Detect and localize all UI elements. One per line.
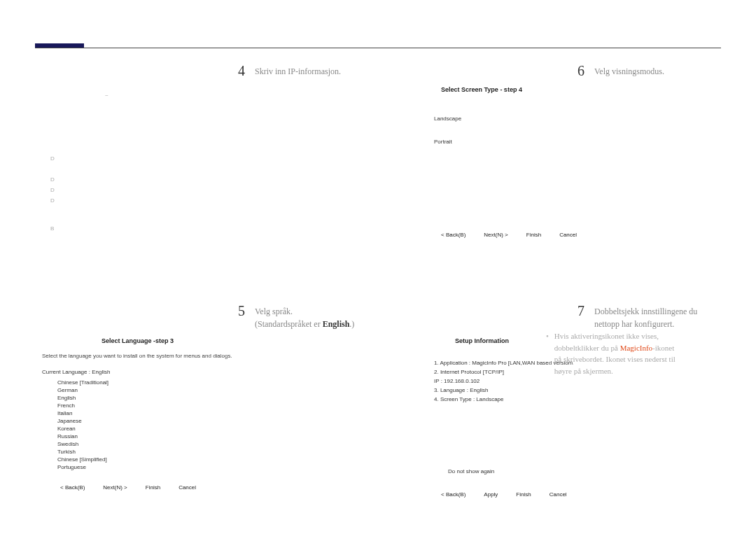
step-5-panel: Select Language -step 3 Select the langu…: [42, 337, 364, 491]
lang-item[interactable]: Korean: [57, 426, 364, 432]
setup-line-3: IP : 192.168.0.102: [434, 378, 714, 384]
lang-item[interactable]: Turkish: [57, 449, 364, 455]
lang-item[interactable]: French: [57, 402, 364, 409]
step5-title: Select Language -step 3: [42, 337, 364, 344]
dont-show-again-checkbox[interactable]: Do not show again: [434, 468, 714, 475]
back-button[interactable]: < Back(B): [441, 232, 465, 238]
finish-button[interactable]: Finish: [526, 232, 541, 238]
cancel-button[interactable]: Cancel: [559, 232, 577, 238]
note-text: Hvis aktiveringsikonet ikke vises, dobbe…: [554, 330, 676, 377]
left-column: 4 Skriv inn IP-informasjon. ~ D D D D B …: [42, 63, 364, 512]
step-5-sub-bold: English: [323, 319, 350, 329]
step-4-panel: ~ D D D D B: [42, 86, 364, 282]
step-7-text: Dobbeltsjekk innstillingene du nettopp h…: [594, 303, 697, 330]
right-column: 6 Velg visningsmodus. Select Screen Type…: [392, 63, 714, 519]
lang-item[interactable]: Japanese: [57, 418, 364, 424]
step-5-line1: Velg språk.: [255, 307, 293, 316]
lang-item[interactable]: Russian: [57, 433, 364, 440]
tilde-mark: ~: [105, 93, 108, 99]
finish-button[interactable]: Finish: [516, 491, 531, 498]
step-4-header: 4 Skriv inn IP-informasjon.: [42, 63, 364, 79]
step-6-number: 6: [570, 63, 584, 79]
lang-item[interactable]: Swedish: [57, 441, 364, 447]
setup-line-5: 4. Screen Type : Landscape: [434, 396, 714, 402]
lang-item[interactable]: Italian: [57, 410, 364, 416]
lang-item[interactable]: English: [57, 395, 364, 401]
d-mark-2: D: [50, 177, 55, 183]
step-7-header: 7 Dobbeltsjekk innstillingene du nettopp…: [392, 303, 714, 330]
finish-button[interactable]: Finish: [146, 484, 160, 491]
back-button[interactable]: < Back(B): [441, 491, 465, 498]
back-button[interactable]: < Back(B): [60, 484, 85, 491]
step7-button-row: < Back(B) Apply Finish Cancel: [434, 491, 714, 498]
step-5-sub-suffix: .): [349, 319, 354, 329]
step-6-text: Velg visningsmodus.: [594, 63, 664, 79]
step6-title: Select Screen Type - step 4: [434, 86, 714, 93]
activation-note: • Hvis aktiveringsikonet ikke vises, dob…: [546, 330, 728, 377]
step-4-text: Skriv inn IP-informasjon.: [255, 63, 341, 79]
step-6-header: 6 Velg visningsmodus.: [392, 63, 714, 79]
step-6-panel: Select Screen Type - step 4 Landscape Po…: [392, 86, 714, 282]
lang-item[interactable]: German: [57, 387, 364, 393]
top-rule: [35, 48, 721, 48]
language-list: Chinese [Traditional] German English Fre…: [42, 379, 364, 470]
b-mark: B: [50, 226, 54, 232]
step-7-number: 7: [570, 303, 584, 330]
step-5-number: 5: [231, 303, 245, 330]
d-mark-3: D: [50, 188, 55, 193]
next-button[interactable]: Next(N) >: [484, 232, 507, 238]
step-5-header: 5 Velg språk. (Standardspråket er Englis…: [42, 303, 364, 330]
apply-button[interactable]: Apply: [484, 491, 498, 498]
d-mark-4: D: [50, 198, 55, 204]
landscape-option[interactable]: Landscape: [434, 115, 714, 122]
next-button[interactable]: Next(N) >: [103, 484, 127, 491]
step-4-number: 4: [231, 63, 245, 79]
step5-button-row: < Back(B) Next(N) > Finish Cancel: [42, 484, 364, 491]
d-mark-1: D: [50, 156, 55, 162]
step-7-line1: Dobbeltsjekk innstillingene du: [594, 307, 697, 316]
setup-line-4: 3. Language : English: [434, 387, 714, 393]
step-7-line2: nettopp har konfigurert.: [594, 319, 674, 329]
bullet-icon: •: [546, 330, 549, 377]
lang-item[interactable]: Portuguese: [57, 464, 364, 470]
lang-item[interactable]: Chinese [Traditional]: [57, 379, 364, 386]
step5-current-lang: Current Language : English: [42, 369, 364, 375]
cancel-button[interactable]: Cancel: [550, 491, 567, 498]
cancel-button[interactable]: Cancel: [178, 484, 196, 491]
step-5-text: Velg språk. (Standardspråket er English.…: [255, 303, 354, 330]
portrait-option[interactable]: Portrait: [434, 139, 714, 145]
lang-item[interactable]: Chinese [Simplified]: [57, 456, 364, 463]
step-5-sub-prefix: (Standardspråket er: [255, 319, 323, 329]
step6-button-row: < Back(B) Next(N) > Finish Cancel: [434, 232, 714, 238]
magicinfo-brand: MagicInfo: [620, 344, 652, 352]
step5-sub: Select the language you want to install …: [42, 353, 364, 359]
